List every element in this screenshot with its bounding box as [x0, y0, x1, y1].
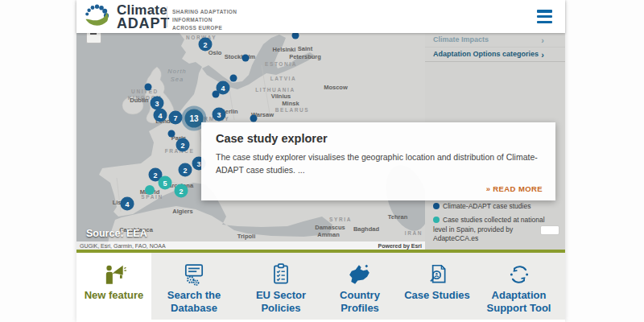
map-place-label: Moscow [324, 84, 348, 92]
map-cluster-marker[interactable] [145, 84, 152, 91]
map-cluster-marker[interactable]: 2 [175, 184, 188, 198]
database-search-icon [157, 262, 231, 287]
map-place-label: SPAIN [141, 194, 163, 200]
map-cluster-marker[interactable] [145, 185, 155, 195]
legend-label: Climate-ADAPT case studies [443, 202, 530, 210]
map-place-label: ESTONIA [265, 61, 297, 68]
map-cluster-marker[interactable] [168, 130, 175, 138]
map-cluster-marker[interactable]: 3 [213, 108, 226, 122]
megaphone-person-icon [76, 262, 151, 287]
nav-item-eu-sector-policies[interactable]: EU Sector Policies [242, 253, 320, 320]
map-cluster-marker[interactable]: 4 [121, 197, 134, 211]
circular-arrows-icon [473, 262, 565, 287]
nav-label: Case Studies [401, 289, 473, 302]
map-place-label: NorthSea [167, 68, 186, 84]
filter-adaptation-options[interactable]: Adaptation Options categories › [425, 47, 565, 62]
map-cluster-marker[interactable]: 7 [169, 111, 183, 125]
map-place-label: LATVIA [270, 76, 297, 82]
card-title: Case study explorer [216, 132, 541, 145]
map-legend: Climate-ADAPT case studies Case studies … [433, 202, 554, 249]
map-place-label: Tripoli [237, 233, 256, 241]
climate-adapt-homepage: Climate ADAPT SHARING ADAPTATION INFORMA… [0, 0, 644, 322]
map-place-label: Algiers [172, 208, 192, 216]
tagline-line2: INFORMATION [172, 16, 237, 24]
panel-mini-control[interactable] [541, 226, 559, 234]
nav-label: Country Profiles [322, 289, 398, 314]
map-section: NORWAYOsloHelsinkiSaintPetersburgStockho… [76, 33, 565, 250]
legend-dot-blue [433, 203, 440, 209]
nav-item-search-database[interactable]: Search the Database [157, 253, 231, 320]
map-place-label: Dublin [130, 97, 148, 105]
map-cluster-marker[interactable]: 2 [176, 138, 190, 152]
filter-climate-impacts[interactable]: Climate Impacts › [425, 33, 565, 47]
map-place-label: Amman [317, 231, 340, 239]
page-content: Climate ADAPT SHARING ADAPTATION INFORMA… [76, 0, 565, 322]
map-place-label: Baghdad [353, 225, 379, 233]
card-description: The case study explorer visualises the g… [216, 151, 541, 177]
logo-tagline-divider [167, 6, 167, 27]
read-more-label: READ MORE [493, 184, 543, 193]
powered-by-esri: Powered by Esri [378, 243, 422, 249]
map-cluster-marker[interactable] [250, 115, 258, 122]
map-place-label: SYRIA [329, 217, 352, 223]
nav-item-new-feature[interactable]: New feature [76, 253, 151, 320]
nav-item-adaptation-support-tool[interactable]: Adaptation Support Tool [473, 253, 565, 320]
map-cluster-marker[interactable]: 2 [179, 163, 192, 177]
nav-item-country-profiles[interactable]: Country Profiles [322, 253, 398, 320]
case-study-explorer-card: Case study explorer The case study explo… [201, 122, 555, 200]
map-place-label: Stockholm [225, 53, 255, 61]
map-place-label: Oslo [208, 49, 222, 57]
logo-line2: ADAPT [117, 17, 170, 31]
nav-item-case-studies[interactable]: Case Studies [401, 253, 473, 320]
hamburger-bar [537, 15, 552, 19]
map-cluster-marker[interactable]: 5 [159, 176, 172, 190]
nav-label: Search the Database [157, 289, 231, 314]
document-search-icon [401, 262, 473, 287]
nav-label: EU Sector Policies [242, 289, 320, 314]
climate-adapt-logo[interactable]: Climate ADAPT [83, 2, 170, 31]
logo-text: Climate ADAPT [117, 4, 170, 30]
map-zoom-control[interactable] [86, 33, 101, 43]
legend-item-spain: Case studies collected at national level… [433, 216, 554, 243]
chevron-right-icon: › [541, 50, 544, 60]
map-cluster-marker[interactable]: 2 [199, 38, 213, 52]
map-cluster-marker[interactable] [213, 91, 220, 98]
europe-map-icon [322, 262, 398, 287]
legend-label: Case studies collected at national level… [433, 216, 545, 242]
site-header: Climate ADAPT SHARING ADAPTATION INFORMA… [76, 0, 565, 33]
map-source-label: Source: EEA [86, 228, 147, 239]
nav-label: New feature [76, 289, 151, 302]
bottom-navigation: New feature Search the Database [76, 253, 565, 320]
map-cluster-marker[interactable] [230, 75, 237, 82]
tagline-line1: SHARING ADAPTATION [172, 8, 237, 16]
map-cluster-marker[interactable]: 4 [154, 109, 167, 122]
hamburger-menu-icon[interactable] [537, 10, 552, 23]
map-cluster-marker[interactable] [242, 55, 250, 62]
chevron-right-icon: › [541, 35, 544, 45]
nav-label: Adaptation Support Tool [473, 289, 565, 314]
attribution-text: GUGiK, Esri, Garmin, FAO, NOAA [80, 243, 166, 249]
map-place-label: IRAN [405, 230, 423, 237]
filter-label: Climate Impacts [433, 35, 489, 43]
map-place-label: Tehran [388, 213, 407, 221]
map-place-label: BELARUS [275, 107, 310, 114]
map-place-label: SaintPetersburg [289, 45, 321, 61]
clipboard-checklist-icon [242, 262, 320, 287]
map-attribution: GUGiK, Esri, Garmin, FAO, NOAA Powered b… [76, 242, 425, 250]
hamburger-bar [537, 21, 552, 24]
legend-dot-teal [433, 217, 440, 223]
logo-icon [83, 2, 112, 31]
double-arrow-icon: » [486, 184, 491, 193]
hamburger-bar [537, 10, 552, 13]
legend-item-climate-adapt: Climate-ADAPT case studies [433, 202, 554, 211]
filter-label: Adaptation Options categories [433, 50, 539, 58]
tagline-line3: ACROSS EUROPE [172, 24, 237, 32]
read-more-link[interactable]: »READ MORE [486, 184, 543, 193]
site-tagline: SHARING ADAPTATION INFORMATION ACROSS EU… [172, 8, 237, 32]
